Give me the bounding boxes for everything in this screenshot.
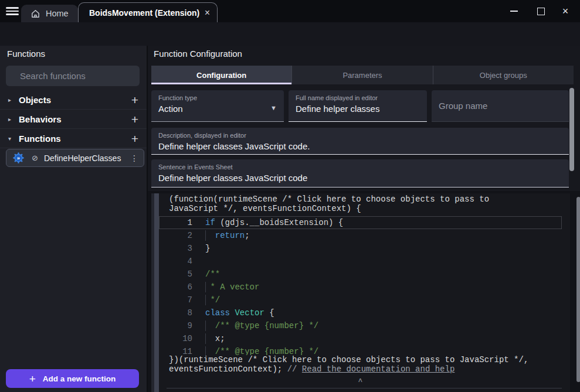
chevron-right-icon[interactable]: ▸: [8, 97, 16, 103]
description-label: Description, displayed in editor: [158, 132, 562, 139]
full-name-value: Define helper classes: [296, 104, 420, 114]
code-lines[interactable]: 1if (gdjs.__boidsExtension) {2 return;3}…: [159, 216, 570, 355]
group-name-input[interactable]: [432, 90, 569, 121]
javascript-code-event[interactable]: (function(runtimeScene /* Click here to …: [151, 193, 570, 392]
configuration-tabs: Configuration Parameters Object groups: [151, 66, 574, 84]
window-tab-bar: Home BoidsMovement (Extension) × ×: [0, 0, 580, 22]
window-minimize-button[interactable]: [505, 0, 523, 22]
panel-title: Function Configuration: [154, 49, 242, 59]
function-item-menu-icon[interactable]: ⋮: [130, 154, 138, 163]
svg-text:»: »: [17, 155, 20, 161]
events-sheet: (function(runtimeScene /* Click here to …: [148, 191, 580, 392]
function-type-label: Function type: [158, 94, 277, 101]
add-object-button[interactable]: +: [131, 94, 138, 106]
toolbar: Preview Share: [0, 22, 580, 46]
add-behavior-button[interactable]: +: [131, 113, 138, 125]
sentence-field[interactable]: Sentence in Events Sheet Define helper c…: [151, 159, 569, 188]
sidebar-section-behaviors[interactable]: ▸ Behaviors +: [0, 110, 147, 129]
tab-home[interactable]: Home: [21, 5, 78, 22]
minimize-icon: [510, 11, 518, 12]
full-name-field[interactable]: Full name displayed in editor Define hel…: [289, 90, 427, 122]
chevron-down-icon[interactable]: ▾: [8, 135, 16, 142]
code-line[interactable]: 4: [159, 255, 562, 268]
add-function-button[interactable]: +: [131, 132, 138, 145]
code-line[interactable]: 2 return;: [159, 229, 562, 242]
documentation-link[interactable]: Read the documentation and help: [302, 364, 454, 374]
code-line[interactable]: 6 * A vector: [159, 281, 562, 294]
code-line[interactable]: 7 */: [159, 294, 562, 306]
private-function-icon: ⊘: [32, 154, 38, 162]
sidebar-section-functions[interactable]: ▾ Functions +: [0, 129, 147, 148]
function-item-definehelperclasses[interactable]: » ⊘ DefineHelperClasses ⋮: [6, 149, 144, 167]
tab-configuration[interactable]: Configuration: [151, 66, 291, 84]
sentence-label: Sentence in Events Sheet: [158, 163, 562, 171]
function-type-select[interactable]: Function type Action ▼: [151, 90, 284, 122]
function-item-label: DefineHelperClasses: [44, 154, 121, 163]
full-name-label: Full name displayed in editor: [296, 94, 420, 101]
home-icon: [30, 9, 40, 19]
section-label: Functions: [19, 134, 61, 144]
code-line[interactable]: 1if (gdjs.__boidsExtension) {: [159, 216, 562, 229]
tab-active-label: BoidsMovement (Extension): [89, 8, 199, 18]
code-bottom-divider: [167, 388, 562, 388]
search-functions-box[interactable]: [6, 66, 140, 86]
code-editor[interactable]: (function(runtimeScene /* Click here to …: [159, 193, 570, 392]
sidebar-title: Functions: [7, 49, 45, 59]
tab-boidsmovement[interactable]: BoidsMovement (Extension) ×: [78, 2, 218, 22]
section-label: Objects: [19, 95, 51, 105]
code-line[interactable]: 8class Vector {: [159, 306, 562, 319]
code-line[interactable]: 9 /** @type {number} */: [159, 319, 562, 332]
description-value: Define helper classes JavaScript code.: [158, 141, 562, 151]
config-scrollbar[interactable]: [569, 88, 574, 171]
dropdown-caret-icon: ▼: [270, 104, 277, 111]
code-header[interactable]: (function(runtimeScene /* Click here to …: [159, 193, 570, 213]
window-maximize-button[interactable]: [532, 0, 550, 22]
window-close-button[interactable]: ×: [557, 0, 574, 22]
tab-home-label: Home: [46, 9, 69, 18]
tab-parameters[interactable]: Parameters: [291, 66, 432, 84]
code-line[interactable]: 5/**: [159, 268, 562, 281]
sidebar-section-objects[interactable]: ▸ Objects +: [0, 90, 147, 110]
sentence-value: Define helper classes JavaScript code: [158, 173, 562, 183]
group-name-field[interactable]: [432, 90, 569, 122]
add-new-function-label: Add a new function: [43, 374, 116, 383]
tab-close-icon[interactable]: ×: [205, 8, 210, 18]
tab-object-groups[interactable]: Object groups: [433, 66, 574, 84]
code-line[interactable]: 11 /** @type {number} */: [159, 345, 562, 355]
plus-icon: +: [29, 373, 36, 384]
add-new-function-button[interactable]: + Add a new function: [6, 369, 139, 388]
event-drag-handle[interactable]: [154, 193, 159, 392]
gdevelop-window: Home BoidsMovement (Extension) × × Previ…: [0, 0, 580, 392]
function-gear-icon: »: [12, 152, 25, 164]
code-line[interactable]: 10 x;: [159, 332, 562, 345]
code-scrollbar[interactable]: [576, 197, 580, 382]
section-label: Behaviors: [19, 114, 62, 124]
code-footer[interactable]: })(runtimeScene /* Click here to choose …: [159, 355, 570, 374]
function-type-value: Action: [158, 104, 277, 114]
maximize-icon: [537, 8, 545, 15]
code-line[interactable]: 3}: [159, 242, 562, 255]
search-functions-input[interactable]: [19, 70, 138, 81]
function-configuration-panel: Function Configuration Configuration Par…: [148, 46, 580, 392]
hamburger-menu-icon[interactable]: [6, 5, 19, 17]
chevron-right-icon[interactable]: ▸: [8, 116, 16, 122]
collapse-caret-icon[interactable]: ^: [159, 377, 562, 386]
description-field[interactable]: Description, displayed in editor Define …: [151, 128, 569, 155]
functions-sidebar: Functions ▸ Objects + ▸ Behaviors + ▾ Fu…: [0, 46, 147, 392]
